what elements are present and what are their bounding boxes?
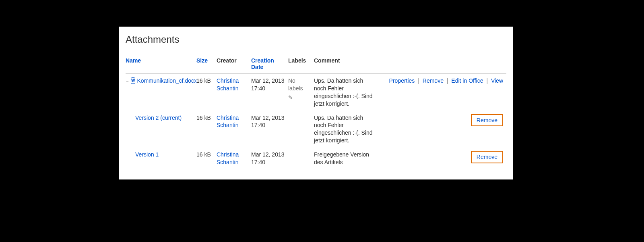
action-separator: |: [445, 77, 450, 84]
version-date: Mar 12, 2013 17:40: [251, 148, 288, 172]
attachment-filename-link[interactable]: Kommunikation_cf.docx: [137, 77, 197, 85]
col-header-name[interactable]: Name: [126, 55, 196, 74]
action-remove[interactable]: Remove: [423, 77, 444, 84]
col-header-actions: [378, 55, 506, 74]
version-comment: Freigegebene Version des Artikels: [314, 148, 378, 172]
col-header-size[interactable]: Size: [196, 55, 217, 74]
attachments-panel: Attachments Name Size Creator Creation D…: [119, 27, 513, 179]
edit-labels-icon[interactable]: ✎: [288, 94, 293, 101]
action-view[interactable]: View: [491, 77, 503, 84]
attachments-table: Name Size Creator Creation Date Labels C…: [126, 55, 506, 172]
version-labels: [288, 111, 314, 148]
version-actions: Remove: [378, 111, 506, 148]
attachment-date: Mar 12, 2013 17:40: [251, 74, 288, 111]
version-creator-link[interactable]: Christina Schantin: [217, 115, 239, 129]
version-remove-button[interactable]: Remove: [471, 151, 503, 163]
version-name-cell: Version 1: [126, 151, 193, 159]
action-separator: |: [416, 77, 421, 84]
version-row: Version 1 16 kB Christina Schantin Mar 1…: [126, 148, 506, 172]
col-header-labels: Labels: [288, 55, 314, 74]
attachment-creator-link[interactable]: Christina Schantin: [217, 77, 239, 92]
expand-toggle-icon[interactable]: ⌄: [126, 77, 129, 84]
col-header-creator: Creator: [217, 55, 251, 74]
version-size: 16 kB: [196, 148, 217, 172]
attachment-comment: Ups. Da hatten sich noch Fehler eingesch…: [314, 74, 378, 111]
version-remove-button[interactable]: Remove: [471, 114, 503, 127]
attachment-actions: Properties | Remove | Edit in Office | V…: [378, 74, 506, 111]
version-labels: [288, 148, 314, 172]
col-header-comment: Comment: [314, 55, 378, 74]
attachment-size: 16 kB: [196, 74, 217, 111]
version-row: Version 2 (current) 16 kB Christina Scha…: [126, 111, 506, 148]
table-header-row: Name Size Creator Creation Date Labels C…: [126, 55, 506, 74]
attachment-row: ⌄ W Kommunikation_cf.docx 16 kB Christin…: [126, 74, 506, 111]
page-title: Attachments: [126, 34, 506, 45]
version-link[interactable]: Version 2 (current): [135, 114, 182, 122]
version-creator-link[interactable]: Christina Schantin: [217, 151, 239, 165]
attachment-name-cell: ⌄ W Kommunikation_cf.docx: [126, 77, 193, 85]
version-comment: Ups. Da hatten sich noch Fehler eingesch…: [314, 111, 378, 148]
version-actions: Remove: [378, 148, 506, 172]
action-edit-in-office[interactable]: Edit in Office: [451, 77, 483, 84]
version-date: Mar 12, 2013 17:40: [251, 111, 288, 148]
version-name-cell: Version 2 (current): [126, 114, 193, 122]
col-header-creation-date[interactable]: Creation Date: [251, 55, 288, 74]
word-doc-icon: W: [131, 77, 135, 84]
version-size: 16 kB: [196, 111, 217, 148]
version-link[interactable]: Version 1: [135, 151, 159, 159]
action-separator: |: [485, 77, 489, 84]
attachment-labels-text: No labels: [288, 77, 303, 92]
action-properties[interactable]: Properties: [389, 77, 415, 84]
